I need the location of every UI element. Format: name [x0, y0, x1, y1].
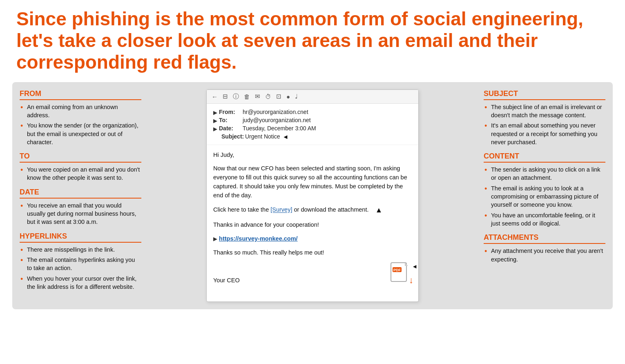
attachments-section-header: ATTACHMENTS	[484, 233, 605, 244]
to-bullet-1: You were copied on an email and you don'…	[20, 165, 141, 182]
svg-text:PDF: PDF	[393, 268, 401, 272]
subject-value: Urgent Notice	[245, 133, 280, 140]
hyperlinks-header: HYPERLINKS	[20, 232, 141, 243]
to-arrow-icon: ▶	[213, 118, 217, 124]
email-url-row: ▶ https://survey-monkee.com/	[213, 234, 412, 243]
content-bullet-1: The sender is asking you to click on a l…	[484, 165, 605, 182]
email-body-para1: Now that our new CFO has been selected a…	[213, 164, 412, 200]
to-row: ▶ To: judy@yourorganization.net	[213, 117, 412, 124]
back-icon[interactable]: ←	[212, 93, 218, 100]
pdf-download-arrow: ↓	[409, 273, 413, 287]
date-value: Tuesday, December 3:00 AM	[243, 125, 316, 132]
to-label: To:	[219, 117, 243, 123]
headline: Since phishing is the most common form o…	[12, 8, 613, 73]
email-toolbar: ← ⊟ ⓘ 🗑 ✉ ⏱ ⊡ ● ♩	[207, 90, 418, 104]
date-bullets: You receive an email that you would usua…	[20, 201, 141, 226]
email-body-para4: Thanks so much. This really helps me out…	[213, 248, 412, 257]
survey-link[interactable]: [Survey]	[270, 207, 292, 213]
main-container: Since phishing is the most common form o…	[0, 0, 625, 364]
info-icon[interactable]: ⓘ	[233, 93, 239, 100]
mail-icon[interactable]: ✉	[255, 93, 260, 100]
date-row: ▶ Date: Tuesday, December 3:00 AM	[213, 125, 412, 132]
date-header: DATE	[20, 188, 141, 199]
hyperlinks-bullet-1: There are misspellings in the link.	[20, 246, 141, 254]
pdf-attachment[interactable]: PDF ↓ ◄	[391, 262, 412, 285]
email-url[interactable]: https://survey-monkee.com/	[219, 235, 298, 242]
left-column: FROM An email coming from an unknown add…	[20, 89, 146, 293]
content-area: FROM An email coming from an unknown add…	[12, 82, 613, 309]
from-row: ▶ From: hr@yourorganization.cnet	[213, 109, 412, 116]
from-bullet-2: You know the sender (or the organization…	[20, 121, 141, 146]
email-header: ▶ From: hr@yourorganization.cnet ▶ To: j…	[207, 104, 418, 145]
email-body-para2-suffix: or download the attachment.	[292, 207, 368, 213]
content-bullets: The sender is asking you to click on a l…	[484, 165, 605, 228]
from-value: hr@yourorganization.cnet	[243, 109, 308, 115]
from-arrow-icon: ▶	[213, 109, 217, 116]
content-bullet-2: The email is asking you to look at a com…	[484, 184, 605, 209]
from-bullet-1: An email coming from an unknown address.	[20, 103, 141, 120]
email-greeting: Hi Judy,	[213, 151, 412, 160]
to-bullets: You were copied on an email and you don'…	[20, 165, 141, 182]
from-header: FROM	[20, 89, 141, 100]
right-column: SUBJECT The subject line of an email is …	[479, 89, 605, 266]
from-bullets: An email coming from an unknown address.…	[20, 103, 141, 146]
center-column: ← ⊟ ⓘ 🗑 ✉ ⏱ ⊡ ● ♩ ▶ From: hr@yourorganiz…	[146, 89, 479, 302]
email-mockup: ← ⊟ ⓘ 🗑 ✉ ⏱ ⊡ ● ♩ ▶ From: hr@yourorganiz…	[206, 89, 419, 302]
email-body-para2-prefix: Click here to take the	[213, 207, 270, 213]
date-label: Date:	[219, 125, 243, 132]
pdf-annotation-arrow: ◄	[412, 262, 417, 271]
url-arrow-icon: ▶	[213, 236, 217, 242]
pdf-doc-icon: PDF	[391, 262, 408, 284]
to-header: TO	[20, 152, 141, 163]
subject-bullets: The subject line of an email is irreleva…	[484, 103, 605, 146]
subject-bullet-1: The subject line of an email is irreleva…	[484, 103, 605, 120]
subject-row: Subject: Urgent Notice ◄	[213, 133, 412, 140]
email-body: Hi Judy, Now that our new CFO has been s…	[207, 145, 418, 290]
content-section-header: CONTENT	[484, 152, 605, 163]
survey-annotation-arrow: ▲	[375, 206, 382, 214]
subject-section-header: SUBJECT	[484, 89, 605, 100]
attachments-bullet-1: Any attachment you receive that you aren…	[484, 247, 605, 264]
folder-icon[interactable]: ⊡	[276, 93, 281, 100]
from-label: From:	[219, 109, 243, 115]
date-arrow-icon: ▶	[213, 126, 217, 132]
subject-bullet-2: It's an email about something you never …	[484, 121, 605, 146]
subject-annotation-arrow: ◄	[283, 133, 289, 140]
delete-icon[interactable]: 🗑	[244, 93, 250, 100]
hyperlinks-bullet-2: The email contains hyperlinks asking you…	[20, 256, 141, 272]
hyperlinks-bullets: There are misspellings in the link. The …	[20, 246, 141, 291]
subject-label: Subject:	[221, 133, 245, 140]
content-bullet-3: You have an uncomfortable feeling, or it…	[484, 211, 605, 228]
music-icon[interactable]: ♩	[295, 93, 298, 100]
email-body-para3: Thanks in advance for your cooperation!	[213, 221, 412, 230]
email-signature: Your CEO	[213, 276, 240, 285]
date-bullet-1: You receive an email that you would usua…	[20, 201, 141, 226]
email-body-para2: Click here to take the [Survey] or downl…	[213, 205, 412, 216]
to-value: judy@yourorganization.net	[243, 117, 311, 123]
dot-icon[interactable]: ●	[286, 93, 290, 100]
archive-icon[interactable]: ⊟	[223, 93, 228, 100]
clock-icon[interactable]: ⏱	[265, 93, 271, 100]
hyperlinks-bullet-3: When you hover your cursor over the link…	[20, 275, 141, 291]
attachments-bullets: Any attachment you receive that you aren…	[484, 247, 605, 264]
